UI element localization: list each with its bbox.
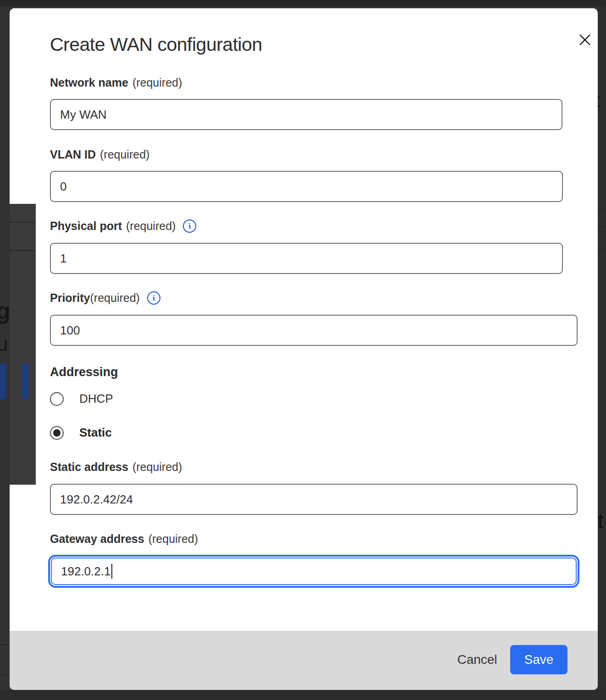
radio-selected-icon[interactable] [50, 426, 64, 440]
network-name-label: Network name (required) [50, 76, 182, 89]
dimmed-partial-text: u [0, 333, 8, 355]
vlan-id-input[interactable]: 0 [50, 171, 563, 202]
create-wan-configuration-dialog: Create WAN configuration Network name (r… [10, 8, 598, 690]
dimmed-page-column [10, 204, 36, 485]
physical-port-label: Physical port (required) i [50, 219, 196, 233]
static-address-label: Static address (required) [50, 460, 182, 474]
priority-value: 100 [60, 323, 80, 338]
cancel-button[interactable]: Cancel [436, 645, 518, 675]
dialog-title: Create WAN configuration [50, 34, 262, 55]
text-cursor [111, 564, 112, 579]
dimmed-table-line [10, 250, 36, 251]
close-icon[interactable] [575, 30, 595, 49]
dimmed-table-line [10, 222, 36, 223]
vlan-id-value: 0 [60, 180, 66, 194]
info-icon[interactable]: i [183, 219, 196, 233]
static-radio-label[interactable]: Static [79, 426, 112, 440]
network-name-input[interactable]: My WAN [50, 99, 562, 130]
vlan-id-label: VLAN ID (required) [50, 148, 149, 161]
close-x-glyph [578, 33, 592, 47]
dimmed-table-line [0, 644, 11, 645]
dimmed-primary-button-fragment [0, 364, 6, 399]
addressing-option-static[interactable]: Static [50, 426, 112, 440]
dimmed-table-line [598, 226, 606, 227]
dimmed-partial-text: g [0, 297, 11, 324]
radio-unselected-icon[interactable] [50, 392, 64, 406]
dhcp-radio-label[interactable]: DHCP [79, 392, 113, 406]
physical-port-input[interactable]: 1 [50, 243, 563, 274]
dimmed-page-bottom-strip [0, 690, 606, 700]
priority-label: Priority (required) i [50, 291, 160, 305]
gateway-address-value: 192.0.2.1 [61, 564, 110, 579]
physical-port-value: 1 [60, 252, 66, 266]
network-name-value: My WAN [60, 108, 107, 122]
dimmed-partial-text: t [598, 509, 604, 533]
dimmed-primary-button-fragment [22, 364, 28, 399]
addressing-option-dhcp[interactable]: DHCP [50, 392, 113, 406]
static-address-value: 192.0.2.42/24 [60, 492, 133, 507]
dialog-footer: Cancel Save [10, 631, 598, 690]
save-button[interactable]: Save [510, 645, 567, 674]
radio-dot [53, 429, 61, 437]
gateway-address-label: Gateway address (required) [50, 532, 198, 546]
dimmed-table-line [598, 249, 606, 250]
priority-input[interactable]: 100 [50, 315, 578, 346]
dimmed-table-line [0, 674, 11, 675]
addressing-heading: Addressing [50, 365, 118, 379]
dimmed-table-line [598, 209, 606, 210]
dimmed-page-top-strip [0, 0, 606, 6]
info-icon[interactable]: i [147, 291, 160, 305]
gateway-address-input[interactable]: 192.0.2.1 [51, 558, 577, 585]
static-address-input[interactable]: 192.0.2.42/24 [50, 484, 578, 515]
